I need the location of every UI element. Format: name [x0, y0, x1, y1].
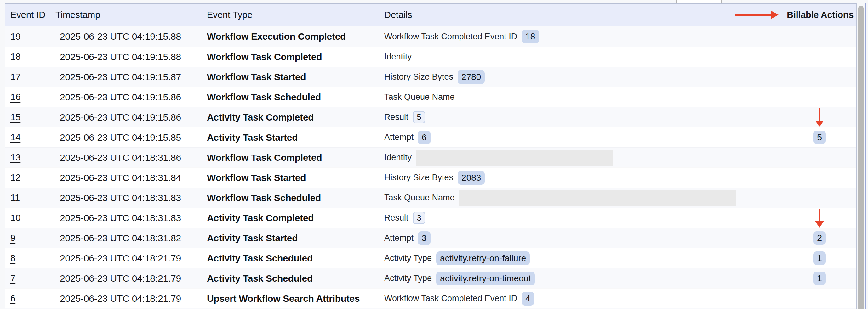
- details-cell: Attempt6: [384, 131, 774, 144]
- col-header-timestamp: Timestamp: [56, 10, 207, 20]
- event-id-link[interactable]: 16: [10, 92, 21, 102]
- detail-label: Attempt: [384, 233, 413, 243]
- timestamp-cell: 2025-06-23 UTC 04:19:15.87: [56, 72, 207, 82]
- red-arrow-down-icon: [815, 209, 824, 228]
- event-id-cell: 13: [5, 152, 56, 163]
- event-id-link[interactable]: 13: [10, 152, 21, 162]
- timestamp-text: 2025-06-23 UTC 04:18:31.83: [60, 213, 181, 223]
- event-type-cell: Activity Task Scheduled: [207, 253, 384, 264]
- timestamp-cell: 2025-06-23 UTC 04:18:31.84: [56, 172, 207, 183]
- detail-value-badge: 4: [522, 292, 534, 306]
- timestamp-cell: 2025-06-23 UTC 04:19:15.86: [56, 92, 207, 103]
- event-type-cell: Activity Task Started: [207, 132, 384, 143]
- timestamp-text: 2025-06-23 UTC 04:18:21.79: [60, 253, 181, 263]
- event-type-cell: Activity Task Scheduled: [207, 273, 384, 284]
- col-header-billable-actions: Billable Actions: [735, 10, 856, 20]
- event-type-text: Workflow Task Scheduled: [207, 193, 321, 203]
- event-type-cell: Activity Task Started: [207, 233, 384, 244]
- detail-value-badge: 2083: [458, 171, 485, 185]
- event-id-link[interactable]: 7: [10, 273, 16, 283]
- timestamp-text: 2025-06-23 UTC 04:18:21.79: [60, 293, 181, 304]
- event-id-cell: 18: [5, 52, 56, 62]
- event-type-cell: Workflow Task Started: [207, 172, 384, 183]
- event-type-text: Activity Task Completed: [207, 213, 314, 223]
- timestamp-text: 2025-06-23 UTC 04:19:15.88: [60, 31, 181, 41]
- detail-value-badge: 6: [418, 131, 431, 144]
- red-arrow-right-icon: [735, 14, 771, 16]
- billable-actions-label: Billable Actions: [787, 10, 854, 20]
- event-type-text: Workflow Task Scheduled: [207, 92, 321, 102]
- details-cell: Workflow Task Completed Event ID18: [384, 30, 774, 43]
- scrollbar-thumb[interactable]: [858, 6, 864, 309]
- col-header-details: Details: [384, 10, 735, 20]
- table-row: 102025-06-23 UTC 04:18:31.83Activity Tas…: [5, 208, 856, 228]
- timestamp-cell: 2025-06-23 UTC 04:18:21.79: [56, 273, 207, 284]
- event-type-cell: Upsert Workflow Search Attributes: [207, 293, 384, 304]
- detail-value-chip: 5: [413, 111, 426, 123]
- event-id-link[interactable]: 15: [10, 112, 21, 122]
- event-id-link[interactable]: 14: [10, 132, 21, 142]
- event-type-cell: Activity Task Completed: [207, 213, 384, 224]
- timestamp-text: 2025-06-23 UTC 04:19:15.88: [60, 52, 181, 62]
- event-id-link[interactable]: 8: [10, 253, 16, 263]
- timestamp-cell: 2025-06-23 UTC 04:18:31.82: [56, 233, 207, 244]
- arrow-head: [815, 121, 824, 127]
- timestamp-text: 2025-06-23 UTC 04:18:21.79: [60, 273, 181, 283]
- event-type-text: Workflow Execution Completed: [207, 31, 346, 41]
- billable-actions-cell: 1: [774, 272, 856, 285]
- toolbar-button-edge[interactable]: [676, 0, 722, 3]
- timestamp-cell: 2025-06-23 UTC 04:18:31.86: [56, 152, 207, 163]
- detail-label: History Size Bytes: [384, 72, 453, 82]
- details-cell: Task Queue Name: [384, 190, 774, 206]
- event-type-text: Activity Task Completed: [207, 112, 314, 123]
- event-id-cell: 11: [5, 193, 56, 203]
- event-type-text: Workflow Task Started: [207, 72, 306, 82]
- event-type-text: Activity Task Scheduled: [207, 253, 313, 263]
- detail-label: Task Queue Name: [384, 92, 455, 102]
- table-row: 132025-06-23 UTC 04:18:31.86Workflow Tas…: [5, 147, 856, 167]
- table-header-row: Event ID Timestamp Event Type Details Bi…: [5, 4, 856, 27]
- event-type-text: Workflow Task Completed: [207, 52, 322, 62]
- billable-actions-badge: 5: [813, 131, 826, 144]
- event-id-link[interactable]: 6: [10, 293, 16, 303]
- timestamp-cell: 2025-06-23 UTC 04:18:31.83: [56, 213, 207, 224]
- event-id-link[interactable]: 10: [10, 213, 21, 223]
- event-id-link[interactable]: 18: [10, 52, 21, 62]
- table-body: 192025-06-23 UTC 04:19:15.88Workflow Exe…: [5, 27, 856, 308]
- detail-label: Attempt: [384, 133, 413, 142]
- timestamp-text: 2025-06-23 UTC 04:18:31.82: [60, 233, 181, 243]
- event-id-link[interactable]: 19: [10, 31, 21, 41]
- detail-label: Activity Type: [384, 273, 432, 283]
- details-cell: Workflow Task Completed Event ID4: [384, 292, 774, 306]
- detail-label: History Size Bytes: [384, 173, 453, 182]
- event-type-cell: Workflow Task Completed: [207, 52, 384, 62]
- event-type-cell: Workflow Task Scheduled: [207, 193, 384, 203]
- event-type-text: Workflow Task Completed: [207, 152, 322, 163]
- event-id-link[interactable]: 17: [10, 72, 21, 82]
- red-arrow-down-icon: [815, 108, 824, 127]
- detail-value-badge: 3: [418, 231, 431, 245]
- event-id-link[interactable]: 11: [10, 193, 20, 203]
- col-header-event-type: Event Type: [207, 10, 384, 20]
- event-history-panel: Event ID Timestamp Event Type Details Bi…: [0, 0, 868, 309]
- detail-label: Workflow Task Completed Event ID: [384, 294, 517, 303]
- details-cell: Activity Typeactivity.retry-on-failure: [384, 251, 774, 265]
- event-type-text: Activity Task Started: [207, 132, 298, 142]
- event-type-cell: Activity Task Completed: [207, 112, 384, 123]
- table-row: 142025-06-23 UTC 04:19:15.85Activity Tas…: [5, 127, 856, 147]
- toolbar-edge-strip: [0, 0, 868, 3]
- event-id-link[interactable]: 9: [10, 233, 16, 243]
- table-row: 72025-06-23 UTC 04:18:21.79Activity Task…: [5, 268, 856, 288]
- arrow-head: [815, 221, 824, 228]
- details-cell: Attempt3: [384, 231, 774, 245]
- table-row: 172025-06-23 UTC 04:19:15.87Workflow Tas…: [5, 67, 856, 87]
- detail-label: Workflow Task Completed Event ID: [384, 32, 517, 41]
- billable-actions-badge: 1: [813, 251, 826, 265]
- timestamp-cell: 2025-06-23 UTC 04:18:21.79: [56, 293, 207, 304]
- timestamp-cell: 2025-06-23 UTC 04:19:15.88: [56, 52, 207, 62]
- event-id-link[interactable]: 12: [10, 172, 21, 182]
- billable-actions-cell: 1: [774, 251, 856, 265]
- event-id-cell: 12: [5, 172, 56, 183]
- timestamp-text: 2025-06-23 UTC 04:19:15.86: [60, 92, 181, 102]
- table-row: 152025-06-23 UTC 04:19:15.86Activity Tas…: [5, 107, 856, 127]
